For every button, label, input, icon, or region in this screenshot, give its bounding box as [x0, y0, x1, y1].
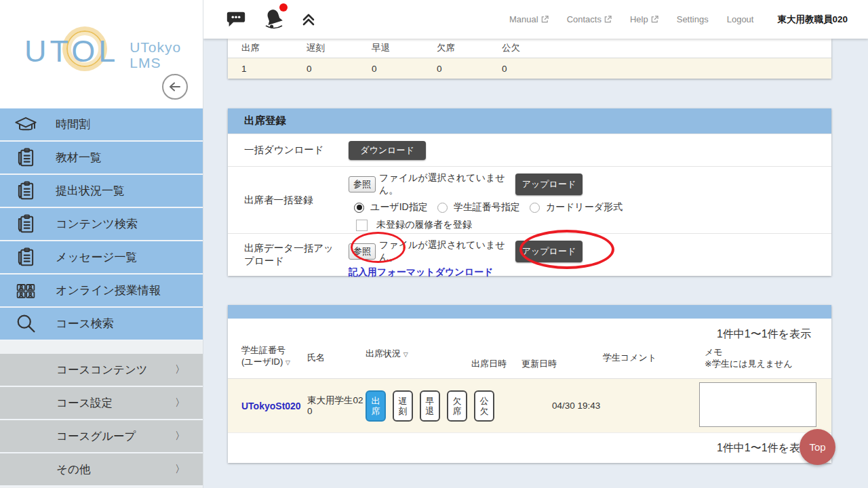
radio-student-number-label: 学生証番号指定 [454, 201, 520, 214]
pagination-info-bottom: 1件中1〜1件を表示 [717, 441, 811, 455]
utol-logo-subtitle: UTokyo LMS [130, 39, 181, 70]
manual-link[interactable]: Manual [509, 14, 549, 24]
sidebar-item-label: 時間割 [56, 117, 90, 132]
sidebar-collapse-button[interactable] [162, 74, 188, 100]
search-icon [14, 312, 38, 336]
external-link-icon [604, 16, 612, 23]
radio-card-reader[interactable] [530, 203, 540, 213]
chat-bubble-icon[interactable] [225, 10, 247, 28]
settings-link-label: Settings [677, 14, 709, 24]
column-student-comment: 学生コメント [603, 352, 705, 364]
stats-header-late: 遅刻 [293, 42, 358, 54]
format-download-link[interactable]: 記入用フォーマットダウンロード [349, 266, 493, 279]
file-status-text: ファイルが選択されていません。 [379, 172, 515, 197]
download-button[interactable]: ダウンロード [349, 141, 426, 160]
radio-user-id[interactable] [354, 203, 364, 213]
chevron-right-icon: 〉 [175, 463, 185, 476]
radio-student-number[interactable] [437, 203, 448, 213]
column-attended-at: 出席日時 [471, 358, 521, 371]
status-button-absent[interactable]: 欠席 [447, 390, 467, 422]
section-title: 出席登録 [228, 108, 831, 134]
chevron-right-icon: 〉 [175, 396, 185, 409]
sort-indicator-icon: ▽ [403, 351, 408, 358]
bulk-download-row: 一括ダウンロード ダウンロード [228, 134, 831, 166]
sidebar-item-messages[interactable]: メッセージ一覧 [0, 241, 203, 274]
column-status[interactable]: 出席状況 ▽ [366, 344, 471, 360]
clipboard-icon [14, 245, 38, 270]
stats-value-early-leave: 0 [358, 64, 423, 74]
attendance-register-panel: 出席登録 一括ダウンロード ダウンロード 出席者一括登録 参照 ファイルが選択さ… [228, 108, 831, 276]
student-id-link[interactable]: UTokyoSt020 [241, 401, 307, 411]
sidebar-item-course-search[interactable]: コース検索 [0, 308, 203, 341]
sidebar-secondary-menu: コースコンテンツ 〉 コース設定 〉 コースグループ 〉 その他 〉 [0, 354, 203, 487]
list-header-bar [228, 305, 831, 319]
contacts-link-label: Contacts [567, 14, 601, 24]
register-unenrolled-label: 未登録の履修者を登録 [376, 219, 472, 231]
help-link[interactable]: Help [630, 14, 658, 24]
column-student-id[interactable]: 学生証番号 (ユーザID) ▽ [241, 344, 307, 369]
contacts-link[interactable]: Contacts [567, 14, 612, 24]
logout-link-label: Logout [727, 14, 754, 24]
attendance-stats-table: 出席 遅刻 早退 欠席 公欠 1 0 0 0 0 [228, 39, 831, 79]
logout-link[interactable]: Logout [727, 14, 754, 24]
sidebar-logo-area: UTOL UTokyo LMS [0, 0, 203, 108]
topbar: Manual Contacts Help Settings Logout 東大用… [203, 0, 868, 39]
sidebar-item-timetable[interactable]: 時間割 [0, 108, 203, 142]
stats-header-present: 出席 [228, 42, 293, 54]
sidebar-item-submission-status[interactable]: 提出状況一覧 [0, 175, 203, 208]
status-button-excused[interactable]: 公欠 [474, 390, 494, 422]
upload-button[interactable]: アップロード [515, 241, 583, 262]
stats-header-row: 出席 遅刻 早退 欠席 公欠 [228, 39, 831, 58]
upload-button[interactable]: アップロード [515, 174, 583, 195]
sidebar-item-course-group[interactable]: コースグループ 〉 [0, 420, 203, 453]
sidebar-item-label: コース検索 [56, 316, 114, 331]
bulk-register-row: 出席者一括登録 参照 ファイルが選択されていません。 アップロード ユーザID指… [228, 166, 831, 233]
help-link-label: Help [630, 14, 648, 24]
sidebar-item-course-settings[interactable]: コース設定 〉 [0, 387, 203, 420]
sidebar-item-label: 提出状況一覧 [56, 183, 125, 199]
sidebar-item-content-search[interactable]: コンテンツ検索 [0, 208, 203, 241]
topbar-links: Manual Contacts Help Settings Logout 東大用… [509, 14, 848, 26]
stats-value-present: 1 [228, 64, 293, 74]
scroll-to-top-button[interactable]: Top [800, 429, 835, 465]
updated-at-value: 04/30 19:43 [552, 401, 616, 411]
status-button-early-leave[interactable]: 早退 [420, 390, 440, 422]
status-button-present[interactable]: 出席 [366, 390, 386, 422]
sidebar: UTOL UTokyo LMS 時間割 教材一覧 [0, 0, 203, 488]
browse-button[interactable]: 参照 [349, 176, 376, 192]
notification-badge [279, 3, 288, 12]
radio-card-reader-label: カードリーダ形式 [546, 201, 623, 214]
notification-bell-button[interactable] [262, 6, 286, 33]
sidebar-item-label: コンテンツ検索 [56, 216, 138, 232]
sidebar-item-online-class-info[interactable]: オンライン授業情報 [0, 274, 203, 308]
sidebar-item-label: メッセージ一覧 [56, 249, 138, 265]
sidebar-primary-menu: 時間割 教材一覧 提出状況一覧 コンテンツ検索 [0, 108, 203, 341]
settings-link[interactable]: Settings [677, 14, 709, 24]
double-chevron-up-icon[interactable] [301, 13, 316, 26]
sidebar-menu-divider [0, 341, 203, 354]
bulk-register-label: 出席者一括登録 [228, 167, 349, 233]
file-status-text: ファイルが選択されていません。 [379, 239, 515, 264]
status-button-group: 出席 遅刻 早退 欠席 公欠 [366, 390, 501, 422]
sidebar-item-others[interactable]: その他 〉 [0, 453, 203, 487]
chevron-right-icon: 〉 [175, 430, 185, 443]
memo-textarea[interactable] [699, 382, 816, 427]
register-unenrolled-checkbox[interactable] [356, 220, 368, 231]
bulk-download-label: 一括ダウンロード [228, 134, 349, 166]
clipboard-icon [14, 212, 38, 237]
stats-value-row: 1 0 0 0 0 [228, 58, 831, 79]
stats-header-excused: 公欠 [488, 42, 553, 54]
sidebar-item-materials[interactable]: 教材一覧 [0, 142, 203, 175]
arrow-left-icon [166, 78, 184, 96]
online-class-grid-icon [14, 279, 38, 303]
status-button-late[interactable]: 遅刻 [393, 390, 413, 422]
external-link-icon [651, 16, 658, 23]
utol-logo-text: UTOL [24, 34, 119, 69]
sidebar-item-label: コースコンテンツ [56, 363, 148, 378]
student-name: 東大用学生020 [307, 395, 364, 417]
sidebar-item-label: コースグループ [56, 429, 136, 444]
browse-button[interactable]: 参照 [349, 243, 376, 260]
clipboard-icon [14, 179, 38, 203]
clipboard-icon [14, 146, 38, 170]
sidebar-item-course-contents[interactable]: コースコンテンツ 〉 [0, 354, 203, 387]
